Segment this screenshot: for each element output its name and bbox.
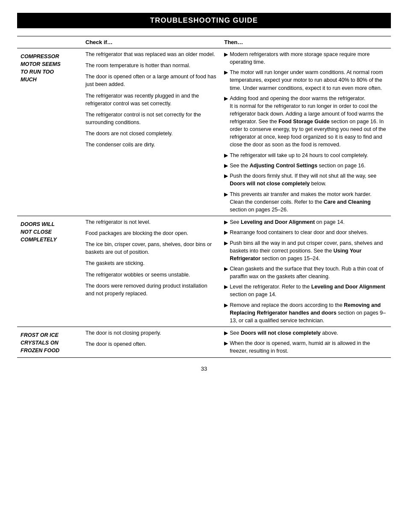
bullet-arrow-icon: ▶ (224, 340, 228, 355)
then-cell: ▶See Leveling and Door Alignment on page… (221, 216, 391, 327)
then-item: ▶Adding food and opening the door warms … (224, 95, 387, 149)
issue-label: COMPRESSORMOTOR SEEMSTO RUN TOOMUCH (17, 48, 82, 216)
check-item: The door is opened often. (86, 340, 217, 348)
bullet-arrow-icon: ▶ (224, 51, 228, 66)
then-text: Push bins all the way in and put crisper… (230, 239, 387, 262)
check-cell: The refrigerator is not level.Food packa… (82, 216, 221, 327)
then-item: ▶The refrigerator will take up to 24 hou… (224, 152, 387, 159)
bullet-arrow-icon: ▶ (224, 302, 228, 324)
bullet-arrow-icon: ▶ (224, 229, 228, 236)
then-cell: ▶See Doors will not close completely abo… (221, 327, 391, 357)
page-number: 33 (17, 366, 391, 372)
then-text: Modern refrigerators with more storage s… (230, 51, 387, 66)
check-item: The doors were removed during product in… (86, 282, 217, 297)
check-item: Food packages are blocking the door open… (86, 229, 217, 237)
check-item: The door is opened often or a large amou… (86, 73, 217, 88)
check-item: The refrigerator control is not set corr… (86, 111, 217, 126)
check-item: The door is not closing properly. (86, 329, 217, 337)
check-cell: The door is not closing properly.The doo… (82, 327, 221, 357)
bullet-arrow-icon: ▶ (224, 69, 228, 92)
issue-label: DOORS WILLNOT CLOSECOMPLETELY (17, 216, 82, 327)
then-item: ▶Push bins all the way in and put crispe… (224, 239, 387, 262)
then-item: ▶When the door is opened, warm, humid ai… (224, 339, 387, 355)
check-item: The refrigerator was recently plugged in… (86, 92, 217, 107)
header-check: Check if… (82, 36, 221, 48)
check-item: The condenser coils are dirty. (86, 141, 217, 149)
then-item: ▶Level the refrigerator. Refer to the Le… (224, 283, 387, 298)
check-item: The room temperature is hotter than norm… (86, 62, 217, 69)
page-title: TROUBLESHOOTING GUIDE (17, 13, 391, 28)
bullet-arrow-icon: ▶ (224, 240, 228, 262)
bullet-arrow-icon: ▶ (224, 283, 228, 298)
then-item: ▶Rearrange food containers to clear door… (224, 229, 387, 236)
table-row: COMPRESSORMOTOR SEEMSTO RUN TOOMUCHThe r… (17, 48, 391, 216)
issue-label: FROST OR ICECRYSTALS ONFROZEN FOOD (17, 327, 82, 357)
header-then: Then… (221, 36, 391, 48)
then-item: ▶See Leveling and Door Alignment on page… (224, 218, 387, 226)
then-text: Remove and replace the doors according t… (230, 301, 387, 324)
check-item: The refrigerator that was replaced was a… (86, 51, 217, 58)
then-item: ▶Push the doors firmly shut. If they wil… (224, 172, 387, 187)
then-text: The refrigerator will take up to 24 hour… (230, 152, 387, 159)
bullet-arrow-icon: ▶ (224, 330, 228, 337)
bullet-arrow-icon: ▶ (224, 162, 228, 169)
check-item: The gaskets are sticking. (86, 259, 217, 267)
then-item: ▶The motor will run longer under warm co… (224, 68, 387, 92)
then-item: ▶See the Adjusting Control Settings sect… (224, 162, 387, 169)
bullet-arrow-icon: ▶ (224, 191, 228, 214)
then-text: See the Adjusting Control Settings secti… (230, 162, 387, 169)
then-text: When the door is opened, warm, humid air… (230, 339, 387, 355)
check-item: The refrigerator is not level. (86, 218, 217, 226)
bullet-arrow-icon: ▶ (224, 172, 228, 187)
check-item: The doors are not closed completely. (86, 130, 217, 137)
then-text: See Doors will not close completely abov… (230, 329, 387, 337)
check-item: The ice bin, crisper cover, pans, shelve… (86, 241, 217, 256)
bullet-arrow-icon: ▶ (224, 95, 228, 149)
then-text: The motor will run longer under warm con… (230, 68, 387, 92)
then-text: This prevents air transfer and makes the… (230, 190, 387, 214)
header-issue (17, 36, 82, 48)
then-text: Clean gaskets and the surface that they … (230, 265, 387, 280)
bullet-arrow-icon: ▶ (224, 265, 228, 280)
then-item: ▶This prevents air transfer and makes th… (224, 190, 387, 214)
then-text: See Leveling and Door Alignment on page … (230, 218, 387, 226)
then-item: ▶Modern refrigerators with more storage … (224, 51, 387, 66)
check-item: The refrigerator wobbles or seems unstab… (86, 271, 217, 279)
table-row: FROST OR ICECRYSTALS ONFROZEN FOODThe do… (17, 327, 391, 357)
then-item: ▶Clean gaskets and the surface that they… (224, 265, 387, 280)
check-cell: The refrigerator that was replaced was a… (82, 48, 221, 216)
then-text: Level the refrigerator. Refer to the Lev… (230, 283, 387, 298)
then-item: ▶Remove and replace the doors according … (224, 301, 387, 324)
then-text: Rearrange food containers to clear door … (230, 229, 387, 236)
then-cell: ▶Modern refrigerators with more storage … (221, 48, 391, 216)
bullet-arrow-icon: ▶ (224, 219, 228, 226)
bullet-arrow-icon: ▶ (224, 152, 228, 159)
then-text: Push the doors firmly shut. If they will… (230, 172, 387, 187)
table-row: DOORS WILLNOT CLOSECOMPLETELYThe refrige… (17, 216, 391, 327)
then-item: ▶See Doors will not close completely abo… (224, 329, 387, 337)
then-text: Adding food and opening the door warms t… (230, 95, 387, 149)
